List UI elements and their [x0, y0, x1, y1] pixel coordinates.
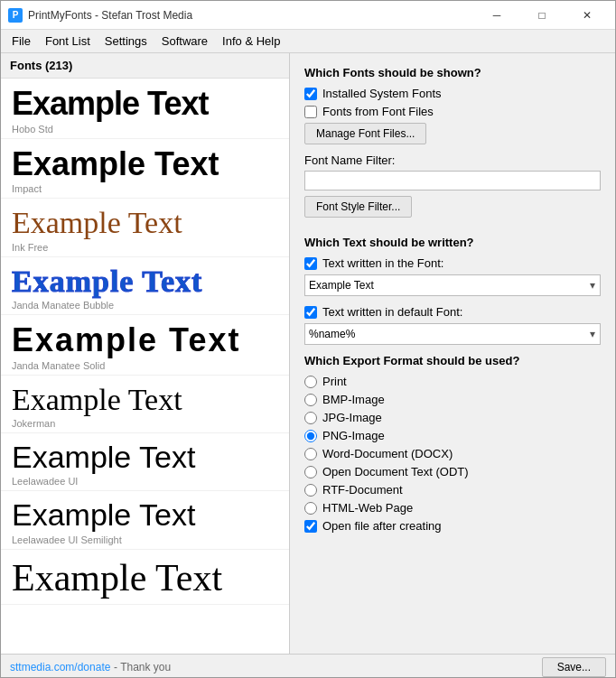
export-print-row: Print: [304, 375, 601, 388]
export-jpg-label: JPG-Image: [322, 411, 382, 424]
export-bmp-label: BMP-Image: [322, 393, 385, 406]
thank-you-text: - Thank you: [114, 661, 171, 673]
export-jpg-row: JPG-Image: [304, 411, 601, 424]
fonts-header: Fonts (213): [1, 53, 289, 79]
font-name: Janda Manatee Bubble: [12, 300, 278, 311]
export-bmp-radio[interactable]: [304, 394, 317, 406]
export-rtf-label: RTF-Document: [322, 483, 403, 497]
list-item[interactable]: Example Text Leelawadee UI: [1, 433, 289, 491]
main-content: Fonts (213) Example Text Hobo Std Exampl…: [1, 53, 615, 654]
text-in-font-checkbox[interactable]: [304, 257, 317, 270]
list-item[interactable]: Example Text Hobo Std: [1, 79, 289, 139]
menu-file[interactable]: File: [5, 32, 38, 51]
open-after-creating-row: Open file after creating: [304, 519, 601, 533]
installed-fonts-row: Installed System Fonts: [304, 87, 601, 100]
font-name: Jokerman: [12, 418, 278, 429]
maximize-button[interactable]: □: [521, 1, 563, 30]
font-list-panel: Fonts (213) Example Text Hobo Std Exampl…: [1, 53, 290, 654]
export-odt-label: Open Document Text (ODT): [322, 465, 469, 478]
export-html-row: HTML-Web Page: [304, 501, 601, 515]
minimize-button[interactable]: ─: [476, 1, 518, 30]
text-in-default-checkbox[interactable]: [304, 306, 317, 319]
text-in-font-select-wrapper: Example Text: [304, 274, 601, 296]
font-example: Example Text: [12, 265, 278, 298]
titlebar-controls: ─ □ ✕: [476, 1, 608, 30]
font-example: Example Text: [12, 557, 278, 599]
export-docx-radio[interactable]: [304, 448, 317, 460]
export-png-label: PNG-Image: [322, 429, 385, 442]
text-in-font-select[interactable]: Example Text: [304, 274, 601, 296]
font-name: Leelawadee UI: [12, 476, 278, 487]
menubar: File Font List Settings Software Info & …: [1, 30, 615, 53]
export-jpg-radio[interactable]: [304, 412, 317, 424]
section3-title: Which Export Format should be used?: [304, 354, 601, 367]
menu-info-help[interactable]: Info & Help: [215, 32, 287, 51]
font-style-filter-button[interactable]: Font Style Filter...: [304, 196, 412, 218]
font-name: Leelawadee UI Semilight: [12, 534, 278, 545]
font-name-filter-label: Font Name Filter:: [304, 153, 601, 167]
font-name: Hobo Std: [12, 124, 278, 135]
statusbar-text: sttmedia.com/donate - Thank you: [10, 660, 171, 673]
app-icon: P: [8, 8, 23, 23]
font-name-filter-input[interactable]: [304, 171, 601, 190]
export-odt-radio[interactable]: [304, 466, 317, 478]
text-in-default-label: Text written in default Font:: [322, 305, 462, 319]
close-button[interactable]: ✕: [566, 1, 608, 30]
open-after-creating-checkbox[interactable]: [304, 520, 317, 533]
text-in-font-label: Text written in the Font:: [322, 256, 443, 270]
font-name: Impact: [12, 183, 278, 194]
titlebar-title: PrintMyFonts - Stefan Trost Media: [28, 9, 476, 22]
font-example: Example Text: [12, 383, 278, 416]
export-docx-row: Word-Document (DOCX): [304, 447, 601, 460]
export-png-row: PNG-Image: [304, 429, 601, 442]
export-print-radio[interactable]: [304, 376, 317, 388]
manage-font-files-button[interactable]: Manage Font Files...: [304, 123, 426, 144]
font-list: Example Text Hobo Std Example Text Impac…: [1, 79, 289, 654]
menu-settings[interactable]: Settings: [98, 32, 154, 51]
list-item[interactable]: Example Text Ink Free: [1, 199, 289, 256]
list-item[interactable]: Example Text: [1, 550, 289, 605]
text-in-default-select-wrapper: %name%: [304, 323, 601, 345]
font-name: Ink Free: [12, 242, 278, 253]
export-docx-label: Word-Document (DOCX): [322, 447, 453, 460]
menu-software[interactable]: Software: [154, 32, 215, 51]
list-item[interactable]: Example Text Janda Manatee Bubble: [1, 257, 289, 315]
list-item[interactable]: Example Text Impact: [1, 139, 289, 200]
export-odt-row: Open Document Text (ODT): [304, 465, 601, 478]
list-item[interactable]: Example Text Janda Manatee Solid: [1, 315, 289, 376]
titlebar: P PrintMyFonts - Stefan Trost Media ─ □ …: [1, 1, 615, 30]
export-rtf-radio[interactable]: [304, 484, 317, 497]
list-item[interactable]: Example Text Jokerman: [1, 376, 289, 433]
export-rtf-row: RTF-Document: [304, 483, 601, 497]
section1-title: Which Fonts should be shown?: [304, 66, 601, 79]
text-in-font-row: Text written in the Font:: [304, 256, 601, 270]
fonts-from-files-row: Fonts from Font Files: [304, 105, 601, 118]
fonts-from-files-checkbox[interactable]: [304, 106, 317, 118]
installed-fonts-checkbox[interactable]: [304, 88, 317, 100]
export-html-label: HTML-Web Page: [322, 501, 413, 515]
export-html-radio[interactable]: [304, 502, 317, 515]
export-print-label: Print: [322, 375, 347, 388]
donate-link[interactable]: sttmedia.com/donate: [10, 661, 110, 673]
installed-fonts-label: Installed System Fonts: [322, 87, 442, 100]
fonts-from-files-label: Fonts from Font Files: [322, 105, 434, 118]
save-button[interactable]: Save...: [542, 657, 606, 677]
open-after-creating-label: Open file after creating: [322, 519, 442, 533]
menu-fontlist[interactable]: Font List: [38, 32, 98, 51]
text-in-default-select[interactable]: %name%: [304, 323, 601, 345]
export-png-radio[interactable]: [304, 430, 317, 442]
font-example: Example Text: [12, 441, 278, 474]
font-example: Example Text: [12, 86, 278, 122]
font-example: Example Text: [12, 322, 278, 358]
right-panel: Which Fonts should be shown? Installed S…: [290, 53, 615, 654]
export-bmp-row: BMP-Image: [304, 393, 601, 406]
section2-title: Which Text should be written?: [304, 236, 601, 249]
text-in-default-row: Text written in default Font:: [304, 305, 601, 319]
statusbar: sttmedia.com/donate - Thank you Save...: [1, 654, 615, 678]
font-example: Example Text: [12, 206, 278, 239]
font-example: Example Text: [12, 498, 278, 532]
font-name: Janda Manatee Solid: [12, 360, 278, 371]
font-example: Example Text: [12, 146, 278, 182]
list-item[interactable]: Example Text Leelawadee UI Semilight: [1, 491, 289, 549]
